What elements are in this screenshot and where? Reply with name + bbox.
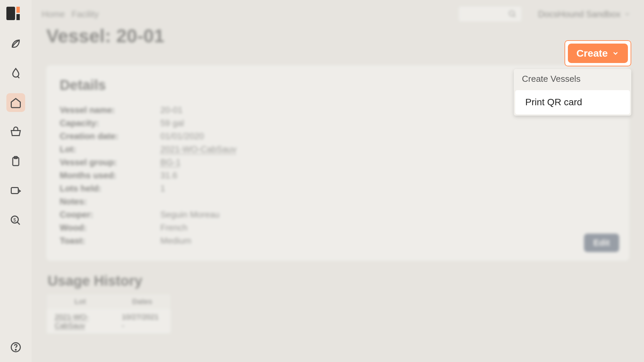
cell-dates: 10/27/2021 - [114,309,171,334]
workspace-name: DocsHound Sandbox [538,9,621,19]
sidebar: $ [0,0,32,362]
create-dropdown: Create Vessels Print QR card [514,69,631,116]
workspace-switcher[interactable]: DocsHound Sandbox [538,9,631,19]
value-creation-date: 01/01/2020 [160,131,204,141]
create-button[interactable]: Create [568,44,628,63]
svg-point-10 [509,11,515,16]
menu-print-qr-card[interactable]: Print QR card [515,90,630,114]
label-lots-held: Lots held: [60,183,160,194]
value-vessel-name: 20-01 [160,105,183,115]
main-area: Home Facility DocsHound Sandbox Vessel: … [32,0,644,362]
value-months-used: 31.6 [160,170,177,181]
svg-rect-5 [11,188,18,194]
column-lot: Lot [47,294,114,309]
label-months-used: Months used: [60,170,160,181]
topbar: Home Facility DocsHound Sandbox [32,0,644,22]
value-wood: French [160,223,187,233]
label-vessel-group: Vessel group: [60,157,160,168]
chevron-down-icon [612,50,619,57]
breadcrumb-home[interactable]: Home [42,9,65,19]
usage-history-title: Usage History [48,273,629,289]
create-button-label: Create [577,48,608,59]
details-grid: Vessel name:20-01 Capacity:59 gal Creati… [60,104,616,247]
nav-transfer-icon[interactable] [6,182,25,200]
label-cooper: Cooper: [60,209,160,220]
svg-rect-2 [16,14,20,20]
value-lot[interactable]: 2021-WO-CabSauv [160,144,236,155]
nav-facility-icon[interactable] [6,93,25,112]
nav-cost-icon[interactable]: $ [6,211,25,230]
nav-clipboard-icon[interactable] [6,152,25,171]
search-input[interactable] [458,6,522,22]
create-button-highlight: Create [565,40,631,66]
label-notes: Notes: [60,196,160,207]
app-logo[interactable] [4,5,28,22]
chevron-down-icon [624,11,631,17]
cell-lot[interactable]: 2021-WO-CabSauv [47,309,114,334]
usage-history-table: Lot Dates 2021-WO-CabSauv 10/27/2021 - [46,294,171,334]
label-vessel-name: Vessel name: [60,105,160,115]
value-lots-held: 1 [160,183,165,194]
create-dropdown-header: Create Vessels [514,69,631,89]
nav-leaf-icon[interactable] [6,34,25,53]
label-wood: Wood: [60,223,160,233]
column-dates: Dates [114,294,171,309]
breadcrumb-facility[interactable]: Facility [71,9,99,19]
page-title: Vessel: 20-01 [46,25,644,47]
label-lot: Lot: [60,144,160,155]
value-capacity: 59 gal [160,118,184,128]
nav-basket-icon[interactable] [6,123,25,141]
svg-rect-0 [6,7,15,20]
search-icon [508,10,517,18]
nav-help-icon[interactable] [6,338,25,357]
breadcrumb: Home Facility [42,9,99,19]
value-cooper: Seguin Moreau [160,209,219,220]
table-row: 2021-WO-CabSauv 10/27/2021 - [47,309,171,334]
value-toast: Medium [160,236,191,246]
nav-drop-icon[interactable] [6,64,25,82]
details-title: Details [60,77,106,93]
label-toast: Toast: [60,236,160,246]
svg-text:$: $ [13,217,16,223]
svg-rect-1 [16,7,20,13]
edit-button[interactable]: Edit [584,234,619,252]
svg-point-9 [15,349,16,350]
value-vessel-group[interactable]: BG-1 [160,157,181,168]
label-capacity: Capacity: [60,118,160,128]
label-creation-date: Creation date: [60,131,160,141]
